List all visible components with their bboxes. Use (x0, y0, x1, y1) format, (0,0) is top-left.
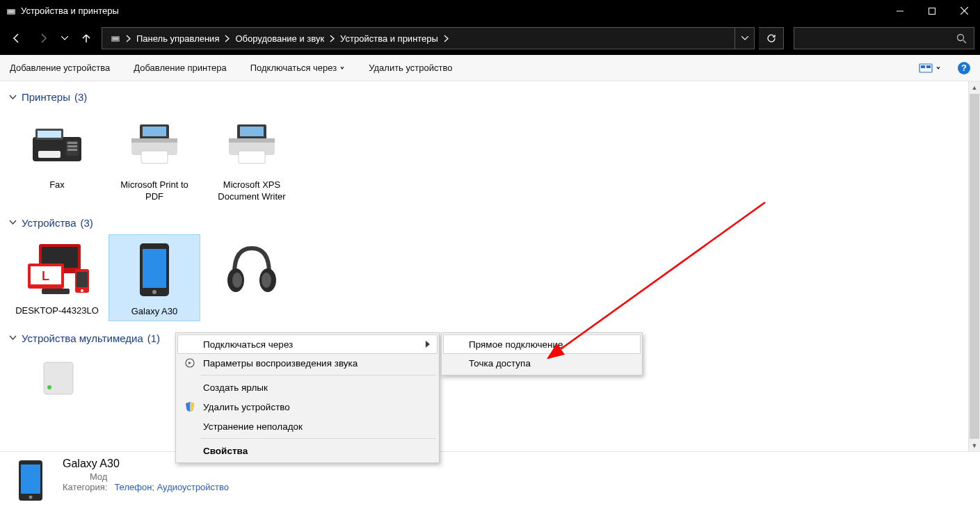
submenu-access-point[interactable]: Точка доступа (444, 353, 640, 373)
group-header-printers[interactable]: Принтеры (3) (6, 84, 974, 106)
menu-label: Свойства (203, 446, 248, 456)
group-count: (3) (74, 91, 87, 103)
chevron-down-icon (935, 66, 941, 70)
svg-rect-19 (67, 145, 77, 147)
add-device-button[interactable]: Добавление устройства (10, 63, 110, 73)
breadcrumb-segment[interactable]: Панель управления (132, 28, 223, 49)
device-label: Microsoft Print to PDF (111, 179, 198, 203)
device-item-headphones[interactable] (206, 234, 298, 321)
fax-icon (22, 113, 92, 175)
menu-properties[interactable]: Свойства (178, 441, 437, 460)
svg-line-9 (963, 40, 966, 43)
svg-point-51 (29, 496, 33, 499)
svg-point-42 (152, 290, 156, 294)
svg-point-48 (47, 385, 51, 389)
history-dropdown[interactable] (58, 27, 71, 49)
back-button[interactable] (6, 27, 28, 49)
group-header-devices[interactable]: Устройства (3) (6, 210, 974, 232)
svg-rect-3 (929, 8, 935, 14)
details-category-label: Категория: (63, 482, 107, 492)
search-input[interactable] (794, 27, 974, 49)
window-icon (6, 6, 17, 17)
view-options-button[interactable] (919, 63, 941, 73)
svg-point-39 (81, 289, 83, 292)
svg-rect-11 (921, 65, 925, 68)
svg-point-45 (232, 273, 242, 288)
breadcrumb-segment[interactable]: Оборудование и звук (231, 28, 328, 49)
submenu-direct[interactable]: Прямое подключение (443, 334, 641, 354)
menu-label: Параметры воспроизведения звука (203, 358, 358, 369)
refresh-button[interactable] (759, 27, 784, 49)
menu-label: Прямое подключение (469, 339, 563, 350)
sound-icon (184, 357, 196, 369)
media-device-icon (24, 354, 93, 403)
menu-remove-device[interactable]: Удалить устройство (178, 397, 437, 417)
svg-rect-47 (44, 362, 73, 394)
svg-rect-29 (229, 138, 275, 143)
menu-troubleshoot[interactable]: Устранение неполадок (178, 417, 437, 436)
minimize-button[interactable] (884, 0, 916, 22)
device-item-media[interactable] (24, 350, 93, 405)
remove-device-button[interactable]: Удалить устройство (369, 63, 452, 73)
breadcrumb-sep-icon[interactable] (442, 35, 450, 42)
breadcrumb-bar[interactable]: Панель управления Оборудование и звук Ус… (102, 27, 755, 49)
svg-rect-50 (21, 464, 40, 494)
computer-icon: L (22, 239, 92, 301)
scroll-up-button[interactable]: ▲ (969, 81, 980, 93)
menu-separator (201, 438, 436, 439)
device-label: Galaxy A30 (131, 306, 178, 318)
help-button[interactable]: ? (958, 62, 970, 74)
close-button[interactable] (948, 0, 980, 22)
device-label: Fax (49, 179, 65, 191)
details-phone-icon (10, 458, 51, 503)
device-item-xps-writer[interactable]: Microsoft XPS Document Writer (206, 108, 298, 206)
search-icon (956, 33, 967, 44)
svg-rect-30 (239, 151, 265, 163)
device-label: DESKTOP-44323LO (15, 305, 99, 317)
breadcrumb-sep-icon[interactable] (223, 35, 231, 42)
device-item-desktop[interactable]: L DESKTOP-44323LO (11, 234, 103, 321)
titlebar: Устройства и принтеры (0, 0, 980, 22)
svg-rect-24 (131, 138, 177, 143)
menu-connect-via[interactable]: Подключаться через (177, 334, 437, 354)
menu-label: Удалить устройство (203, 402, 290, 412)
scroll-down-button[interactable]: ▼ (969, 439, 980, 451)
content-area: Принтеры (3) Fax (0, 81, 980, 451)
svg-rect-38 (77, 272, 88, 287)
breadcrumb-sep-icon[interactable] (124, 35, 132, 42)
connect-via-button[interactable]: Подключаться через (250, 63, 346, 73)
scroll-thumb[interactable] (970, 94, 979, 439)
device-label: Microsoft XPS Document Writer (209, 179, 295, 203)
menu-create-shortcut[interactable]: Создать ярлык (178, 378, 437, 397)
scrollbar[interactable]: ▲ ▼ (968, 81, 980, 451)
headphones-icon (217, 239, 287, 301)
group-count: (1) (147, 332, 160, 344)
group-label: Принтеры (22, 91, 70, 103)
menu-label: Точка доступа (469, 358, 531, 369)
chevron-down-icon (8, 220, 17, 225)
svg-text:L: L (42, 269, 49, 283)
chevron-down-icon (8, 335, 17, 341)
svg-rect-22 (143, 127, 166, 136)
svg-rect-27 (240, 127, 264, 136)
devices-row: L DESKTOP-44323LO Galaxy A30 (6, 232, 974, 325)
folder-icon[interactable] (106, 28, 124, 49)
menu-sound-params[interactable]: Параметры воспроизведения звука (178, 353, 437, 373)
up-button[interactable] (75, 27, 97, 49)
group-label: Устройства мультимедиа (22, 332, 143, 344)
printer-icon (120, 113, 189, 175)
navbar: Панель управления Оборудование и звук Ус… (0, 22, 980, 55)
forward-button[interactable] (32, 27, 54, 49)
breadcrumb-sep-icon[interactable] (328, 35, 336, 42)
device-item-print-pdf[interactable]: Microsoft Print to PDF (109, 108, 200, 206)
svg-point-46 (262, 273, 271, 288)
device-item-galaxy-a30[interactable]: Galaxy A30 (109, 234, 200, 321)
command-bar: Добавление устройства Добавление принтер… (0, 55, 980, 81)
window-controls (884, 0, 980, 22)
maximize-button[interactable] (916, 0, 948, 22)
device-item-fax[interactable]: Fax (11, 108, 103, 206)
breadcrumb-segment[interactable]: Устройства и принтеры (336, 28, 442, 49)
chevron-down-icon (8, 95, 17, 100)
breadcrumb-dropdown[interactable] (734, 28, 754, 49)
add-printer-button[interactable]: Добавление принтера (134, 63, 226, 73)
